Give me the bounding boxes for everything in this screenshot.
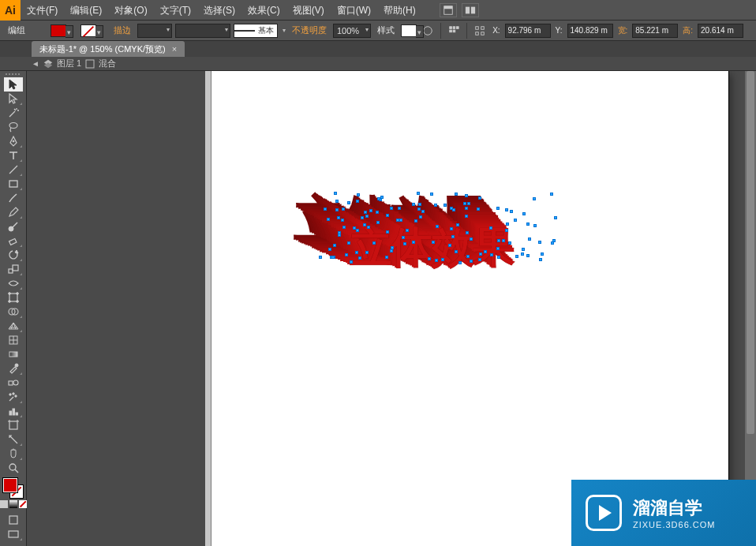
svg-rect-1: [443, 6, 452, 9]
scrollbar-thumb[interactable]: [747, 71, 754, 434]
svg-rect-6: [453, 26, 455, 28]
fill-stroke-color[interactable]: [3, 478, 24, 499]
slice-tool[interactable]: [4, 432, 23, 447]
mesh-tool[interactable]: [4, 333, 23, 347]
paintbrush-tool[interactable]: [4, 191, 23, 205]
svg-rect-25: [13, 265, 18, 271]
screen-mode-full[interactable]: [4, 527, 23, 541]
h-input[interactable]: [698, 24, 743, 38]
back-arrow-icon[interactable]: ◄: [32, 59, 39, 68]
column-graph-tool[interactable]: [4, 404, 23, 418]
svg-line-46: [15, 469, 18, 473]
menu-bar: Ai 文件(F) 编辑(E) 对象(O) 文字(T) 选择(S) 效果(C) 视…: [0, 0, 756, 21]
menu-edit[interactable]: 编辑(E): [64, 0, 108, 21]
y-input[interactable]: [567, 24, 613, 38]
transform-icon[interactable]: [472, 24, 488, 38]
lasso-tool[interactable]: [4, 120, 23, 134]
stroke-swatch[interactable]: ▾: [80, 24, 96, 37]
zoom-tool[interactable]: [4, 461, 23, 475]
svg-point-4: [424, 26, 432, 35]
document-tab[interactable]: 未标题-1* @ 150% (CMYK/预览) ×: [32, 41, 185, 57]
type-tool[interactable]: [4, 148, 23, 163]
app-logo: Ai: [0, 0, 21, 21]
svg-point-17: [9, 123, 17, 129]
menu-object[interactable]: 对象(O): [108, 0, 153, 21]
svg-point-35: [15, 364, 18, 367]
blend-tool[interactable]: [4, 376, 23, 390]
canvas-area[interactable]: /* layers generated inline below via sma…: [27, 71, 756, 546]
layout-icon-button[interactable]: [440, 3, 457, 17]
svg-rect-2: [466, 6, 470, 13]
pen-tool[interactable]: [4, 134, 23, 148]
scale-tool[interactable]: [4, 262, 23, 276]
artboard[interactable]: /* layers generated inline below via sma…: [211, 71, 728, 546]
svg-point-27: [8, 293, 10, 295]
style-swatch[interactable]: ▾: [401, 24, 417, 37]
svg-rect-5: [450, 26, 452, 28]
x-input[interactable]: [505, 24, 551, 38]
arrange-icon-button[interactable]: [462, 3, 479, 17]
blob-brush-tool[interactable]: [4, 219, 23, 234]
breadcrumb-item[interactable]: 混合: [99, 58, 116, 69]
breadcrumb-layer[interactable]: 图层 1: [57, 58, 81, 69]
y-label: Y:: [554, 26, 564, 35]
stroke-weight-select[interactable]: ▾: [137, 24, 172, 38]
selection-tool[interactable]: [4, 77, 23, 92]
color-mode-buttons[interactable]: [0, 500, 27, 508]
menu-type[interactable]: 文字(T): [154, 0, 197, 21]
svg-point-37: [13, 380, 18, 385]
workspace: /* layers generated inline below via sma…: [0, 71, 756, 546]
svg-rect-20: [9, 181, 17, 187]
screen-mode-normal[interactable]: [4, 513, 23, 527]
svg-rect-12: [476, 32, 479, 35]
tool-panel-grip[interactable]: [2, 71, 25, 77]
close-icon[interactable]: ×: [172, 41, 177, 57]
brush-preset-dropdown-icon[interactable]: ▾: [283, 27, 286, 34]
eraser-tool[interactable]: [4, 234, 23, 248]
align-icon[interactable]: [446, 24, 462, 38]
w-input[interactable]: [632, 24, 678, 38]
svg-rect-36: [9, 381, 13, 385]
artwork-3d-text[interactable]: /* layers generated inline below via sma…: [326, 183, 578, 278]
foreground-color[interactable]: [3, 478, 17, 492]
menu-window[interactable]: 窗口(W): [331, 0, 377, 21]
menu-help[interactable]: 帮助(H): [377, 0, 422, 21]
pencil-tool[interactable]: [4, 205, 23, 219]
opacity-label[interactable]: 不透明度: [289, 24, 330, 36]
svg-rect-10: [476, 26, 479, 29]
symbol-sprayer-tool[interactable]: [4, 390, 23, 404]
w-label: 宽:: [616, 25, 630, 36]
perspective-grid-tool[interactable]: [4, 319, 23, 333]
layers-icon[interactable]: [43, 58, 54, 69]
shape-builder-tool[interactable]: [4, 305, 23, 319]
gradient-tool[interactable]: [4, 347, 23, 361]
svg-rect-48: [9, 531, 18, 537]
artboard-tool[interactable]: [4, 418, 23, 432]
stroke-label[interactable]: 描边: [110, 24, 134, 36]
menu-view[interactable]: 视图(V): [286, 0, 331, 21]
free-transform-tool[interactable]: [4, 290, 23, 305]
variable-width-profile-select[interactable]: ▾: [175, 24, 230, 38]
brush-preset[interactable]: 基本: [234, 24, 278, 38]
tool-panel: [0, 71, 27, 546]
hand-tool[interactable]: [4, 447, 23, 461]
menu-file[interactable]: 文件(F): [21, 0, 64, 21]
svg-point-45: [9, 464, 16, 470]
watermark-banner: 溜溜自学 ZIXUE.3D66.COM: [571, 480, 756, 546]
ruler-left: [205, 71, 211, 546]
svg-rect-44: [9, 421, 17, 429]
opacity-select[interactable]: 100%▾: [333, 24, 371, 38]
direct-selection-tool[interactable]: [4, 92, 23, 106]
rotate-tool[interactable]: [4, 248, 23, 262]
menu-select[interactable]: 选择(S): [197, 0, 241, 21]
magic-wand-tool[interactable]: [4, 106, 23, 120]
menu-effect[interactable]: 效果(C): [241, 0, 286, 21]
line-tool[interactable]: [4, 163, 23, 177]
fill-swatch[interactable]: ▾: [51, 24, 66, 37]
rectangle-tool[interactable]: [4, 177, 23, 191]
width-tool[interactable]: [4, 276, 23, 290]
scrollbar-vertical[interactable]: ▾: [745, 71, 756, 546]
eyedropper-tool[interactable]: [4, 361, 23, 376]
svg-rect-34: [9, 352, 17, 357]
svg-rect-13: [481, 32, 485, 35]
